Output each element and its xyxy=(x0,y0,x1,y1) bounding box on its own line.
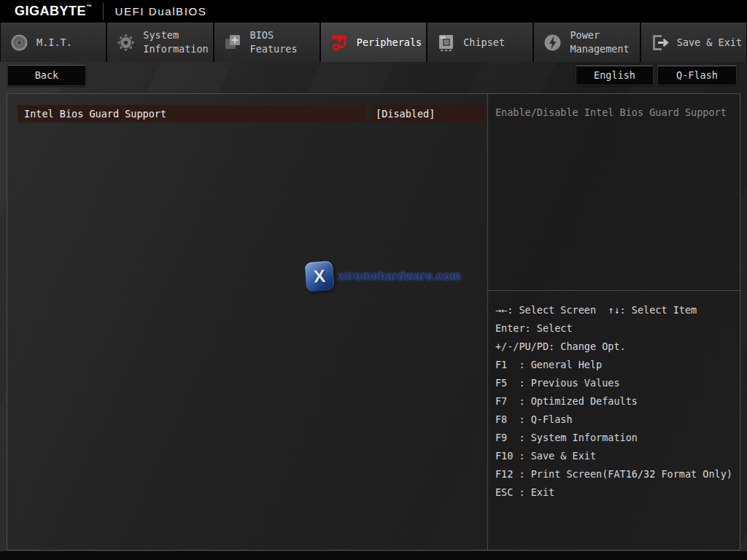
tab-mit[interactable]: M.I.T. xyxy=(1,23,106,62)
language-button[interactable]: English xyxy=(576,65,654,85)
tab-label: BIOS Features xyxy=(250,28,320,56)
setting-value-dropdown[interactable]: [Disabled] xyxy=(371,105,485,122)
tab-save-exit[interactable]: Save & Exit xyxy=(641,23,746,62)
hotkey-legend: →←: Select Screen ↑↓: Select Item Enter:… xyxy=(488,291,740,502)
hotkey-line: F8 : Q-Flash xyxy=(495,411,732,429)
setting-label: Intel Bios Guard Support xyxy=(18,105,367,122)
hotkey-line: F1 : General Help xyxy=(495,356,732,374)
tab-bios-features[interactable]: BIOS Features xyxy=(214,23,320,62)
hotkey-line: F10 : Save & Exit xyxy=(495,447,732,465)
hotkey-line: →←: Select Screen ↑↓: Select Item xyxy=(495,301,732,319)
divider xyxy=(103,3,104,20)
exit-door-icon xyxy=(650,33,670,52)
peripherals-plug-icon xyxy=(330,33,349,52)
tab-label: Peripherals xyxy=(357,36,422,50)
main-panel: Intel Bios Guard Support [Disabled] Enab… xyxy=(7,93,740,551)
hotkey-line: +/-/PU/PD: Change Opt. xyxy=(495,338,732,356)
hotkey-line: F7 : Optimized Defaults xyxy=(495,392,732,411)
help-pane: Enable/Disable Intel Bios Guard Support … xyxy=(487,94,740,550)
tab-power-management[interactable]: Power Management xyxy=(534,23,639,62)
tab-label: M.I.T. xyxy=(36,36,72,50)
mit-dial-icon xyxy=(9,33,29,52)
tab-bar: M.I.T. System Information BIOS Features … xyxy=(0,23,747,62)
back-button[interactable]: Back xyxy=(7,64,86,86)
power-bolt-icon xyxy=(543,33,562,52)
hotkey-line: Enter: Select xyxy=(495,319,732,338)
settings-pane: Intel Bios Guard Support [Disabled] xyxy=(7,94,487,550)
hotkey-line: ESC : Exit xyxy=(495,483,732,502)
tab-label: System Information xyxy=(143,28,212,56)
tab-label: Chipset xyxy=(463,36,505,50)
title-bar: GIGABYTE™ UEFI DualBIOS xyxy=(0,0,747,23)
setting-row-intel-bios-guard[interactable]: Intel Bios Guard Support [Disabled] xyxy=(18,105,485,122)
hotkey-line: F5 : Previous Values xyxy=(495,374,732,392)
tab-peripherals[interactable]: Peripherals xyxy=(321,23,426,62)
bios-title: UEFI DualBIOS xyxy=(115,5,207,18)
tab-chipset[interactable]: Chipset xyxy=(427,23,533,62)
help-description: Enable/Disable Intel Bios Guard Support xyxy=(488,94,740,291)
chipset-icon xyxy=(436,33,456,52)
qflash-button[interactable]: Q-Flash xyxy=(657,65,737,85)
tab-label: Save & Exit xyxy=(677,36,742,50)
tab-label: Power Management xyxy=(570,28,639,56)
chip-plus-icon xyxy=(223,33,243,52)
hotkey-line: F12 : Print Screen(FAT16/32 Format Only) xyxy=(495,465,732,483)
bottom-strip xyxy=(0,551,747,560)
gigabyte-logo: GIGABYTE™ xyxy=(15,4,93,19)
gear-icon xyxy=(116,33,136,52)
tab-system-information[interactable]: System Information xyxy=(107,23,212,62)
hotkey-line: F9 : System Information xyxy=(495,429,732,447)
